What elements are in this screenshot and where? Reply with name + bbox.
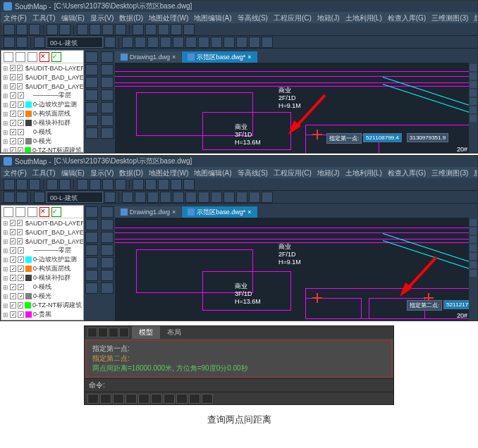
menu-item[interactable]: 数据(D) bbox=[119, 168, 143, 177]
rtool-btn[interactable] bbox=[470, 228, 477, 235]
rtool-btn[interactable] bbox=[470, 73, 477, 80]
tool-btn[interactable] bbox=[158, 179, 169, 190]
ltool-btn[interactable] bbox=[85, 89, 98, 101]
menu-item[interactable]: 土地利用(L) bbox=[345, 13, 382, 22]
menu-item[interactable]: 工程应用(C) bbox=[274, 168, 312, 177]
tool-btn[interactable] bbox=[173, 37, 184, 48]
tool-btn[interactable] bbox=[4, 24, 15, 35]
layer-item[interactable]: ⊞✓✓0-模线 bbox=[1, 127, 83, 137]
menu-item[interactable]: 文件(F) bbox=[4, 13, 27, 22]
tool-btn[interactable] bbox=[133, 179, 144, 190]
tool-btn[interactable] bbox=[185, 192, 197, 203]
menu-item[interactable]: 编辑(E) bbox=[61, 13, 85, 22]
doc-tab[interactable]: Drawing1.dwg× bbox=[115, 206, 181, 218]
rtool-btn[interactable] bbox=[470, 261, 477, 268]
menu-item[interactable]: 质检(Q) bbox=[474, 168, 477, 177]
close-icon[interactable]: × bbox=[172, 209, 176, 216]
close-icon[interactable]: × bbox=[247, 54, 251, 61]
layer-head-icon[interactable] bbox=[16, 52, 25, 62]
layer-head-icon[interactable] bbox=[4, 207, 13, 217]
status-btn[interactable] bbox=[100, 394, 111, 404]
layer-item[interactable]: ⊞✓✓0-构筑面层线 bbox=[1, 264, 83, 273]
layer-combo[interactable]: 00-L-建筑 bbox=[47, 192, 103, 203]
menu-item[interactable]: 工具(T) bbox=[32, 168, 56, 177]
menu-item[interactable]: 检查入库(G) bbox=[388, 13, 426, 22]
tool-btn[interactable] bbox=[102, 179, 114, 190]
tool-btn[interactable] bbox=[171, 179, 182, 190]
tool-btn[interactable] bbox=[158, 24, 169, 35]
ltool-btn[interactable] bbox=[85, 270, 98, 281]
tool-btn[interactable] bbox=[122, 37, 133, 48]
tool-btn[interactable] bbox=[29, 24, 40, 35]
tool-btn[interactable] bbox=[104, 37, 116, 48]
nav-first-icon[interactable] bbox=[87, 328, 97, 337]
tool-btn[interactable] bbox=[211, 192, 222, 203]
tool-btn[interactable] bbox=[135, 37, 146, 48]
tool-btn[interactable] bbox=[59, 24, 71, 35]
menu-item[interactable]: 土地利用(L) bbox=[345, 168, 382, 177]
status-btn[interactable] bbox=[202, 394, 213, 404]
ltool-btn[interactable] bbox=[85, 127, 98, 139]
tool-btn[interactable] bbox=[104, 192, 116, 203]
layer-combo[interactable]: 00-L-建筑 bbox=[47, 37, 103, 48]
menu-item[interactable]: 等高线(S) bbox=[238, 168, 268, 177]
layer-item[interactable]: ⊞✓✓0-模光 bbox=[1, 292, 83, 301]
ltool-btn[interactable] bbox=[101, 102, 114, 113]
layer-item[interactable]: ⊞✓✓$AUDIT-BAD-LAYER bbox=[1, 218, 83, 228]
tool-btn[interactable] bbox=[223, 37, 235, 48]
menu-item[interactable]: 数据(D) bbox=[119, 13, 143, 22]
tool-btn[interactable] bbox=[4, 179, 15, 190]
tool-btn[interactable] bbox=[90, 24, 101, 35]
layer-item[interactable]: ⊞✓✓0-TZ-NT标调建筑 bbox=[1, 146, 83, 153]
layer-item[interactable]: ⊞✓✓————零层 bbox=[1, 246, 83, 255]
layer-head-icon[interactable] bbox=[16, 207, 25, 217]
ltool-btn[interactable] bbox=[85, 219, 98, 230]
menu-item[interactable]: 地图编辑(A) bbox=[194, 13, 231, 22]
close-icon[interactable]: ✕ bbox=[39, 52, 49, 62]
tool-btn[interactable] bbox=[29, 179, 40, 190]
tool-btn[interactable] bbox=[160, 192, 171, 203]
ltool-btn[interactable] bbox=[85, 77, 98, 88]
layer-item[interactable]: ⊞✓✓0-模光 bbox=[1, 137, 83, 146]
layer-item[interactable]: ⊞✓✓0-构筑面层线 bbox=[1, 109, 83, 118]
rtool-btn[interactable] bbox=[470, 64, 477, 71]
tool-btn[interactable] bbox=[223, 192, 235, 203]
menu-item[interactable]: 工程应用(C) bbox=[274, 13, 312, 22]
ltool-btn[interactable] bbox=[101, 206, 114, 218]
layer-list[interactable]: ⊞✓✓$AUDIT-BAD-LAYER⊞✓✓$AUDIT_BAD_LAYER2⊞… bbox=[1, 218, 83, 321]
tool-btn[interactable] bbox=[102, 24, 114, 35]
tool-btn[interactable] bbox=[77, 179, 88, 190]
layer-item[interactable]: ⊞✓✓$AUDIT_BAD_LAYER2 bbox=[1, 73, 83, 82]
nav-next-icon[interactable] bbox=[109, 328, 118, 337]
tool-btn[interactable] bbox=[147, 37, 159, 48]
tool-btn[interactable] bbox=[16, 179, 27, 190]
ltool-btn[interactable] bbox=[101, 219, 114, 230]
tool-btn[interactable] bbox=[198, 192, 209, 203]
layer-item[interactable]: ⊞✓✓0-边坡坎护监测 bbox=[1, 100, 83, 109]
ltool-btn[interactable] bbox=[85, 232, 98, 243]
menu-item[interactable]: 编辑(E) bbox=[61, 168, 85, 177]
layer-item[interactable]: ⊞✓✓0-模块补扣群 bbox=[1, 273, 83, 282]
tool-btn[interactable] bbox=[236, 37, 247, 48]
layer-item[interactable]: ⊞✓✓$AUDIT_BAD_LAYER3 bbox=[1, 82, 83, 91]
doc-tab[interactable]: 示范区base.dwg*× bbox=[182, 51, 257, 63]
tool-btn[interactable] bbox=[183, 24, 195, 35]
nav-last-icon[interactable] bbox=[119, 328, 129, 337]
tab-model[interactable]: 模型 bbox=[132, 326, 160, 339]
tool-btn[interactable] bbox=[115, 179, 126, 190]
layer-item[interactable]: ⊞✓✓$AUDIT-BAD-LAYER bbox=[1, 63, 83, 73]
layer-item[interactable]: ⊞✓✓0-TZ-NT标调建筑 bbox=[1, 301, 83, 310]
ltool-btn[interactable] bbox=[85, 244, 98, 256]
rtool-btn[interactable] bbox=[470, 244, 477, 251]
layer-item[interactable]: ⊞✓✓0-边坡坎护监测 bbox=[1, 255, 83, 264]
ltool-btn[interactable] bbox=[85, 115, 98, 126]
menu-item[interactable]: 三维测图(3) bbox=[431, 168, 468, 177]
drawing-canvas[interactable]: Drawing1.dwg×示范区base.dwg*× 商业2F/1DH=9.1M… bbox=[115, 50, 477, 153]
ltool-btn[interactable] bbox=[101, 64, 114, 75]
ltool-btn[interactable] bbox=[85, 282, 98, 294]
tool-btn[interactable] bbox=[249, 192, 260, 203]
menu-item[interactable]: 地图编辑(A) bbox=[194, 168, 231, 177]
tool-btn[interactable] bbox=[160, 37, 171, 48]
tool-btn[interactable] bbox=[4, 37, 15, 48]
status-btn[interactable] bbox=[189, 394, 200, 404]
